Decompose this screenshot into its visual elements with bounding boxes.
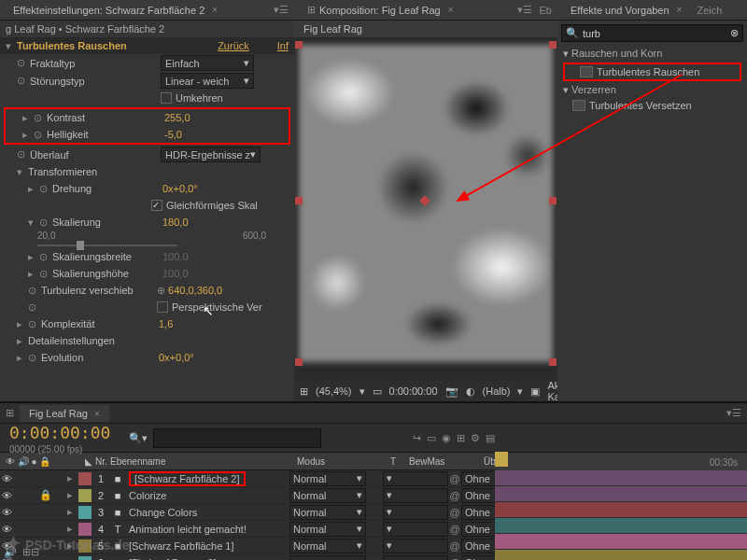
resolution-select[interactable]: (Halb) — [483, 385, 511, 397]
layer-color[interactable] — [78, 489, 92, 502]
speaker-icon[interactable]: 🔊 — [18, 456, 29, 467]
track-matte-select[interactable]: ▾ — [383, 505, 448, 520]
label-icon[interactable]: ◣ — [85, 456, 92, 467]
stopwatch-icon[interactable]: ⊙ — [28, 318, 41, 330]
layer-color[interactable] — [78, 556, 92, 561]
expand-layer[interactable]: ▸ — [67, 472, 78, 484]
grid-icon[interactable]: ⊞ — [300, 385, 308, 398]
effects-presets-tab[interactable]: Effekte und Vorgaben × — [563, 2, 689, 19]
komplexitaet-value[interactable]: 1,6 — [159, 318, 173, 329]
timeline-tab[interactable]: Fig Leaf Rag × — [20, 405, 109, 422]
pickwhip-icon[interactable]: @ — [448, 540, 461, 552]
reset-link[interactable]: Zurück — [218, 40, 249, 51]
chevron-down-icon[interactable]: ▾ — [6, 40, 17, 52]
camera-icon[interactable]: 📷 — [445, 385, 458, 398]
shy-icon[interactable]: ↪ — [413, 432, 421, 444]
stopwatch-icon[interactable]: ⊙ — [39, 217, 52, 229]
effect-group[interactable]: Verzerren — [571, 84, 616, 95]
blend-mode-select[interactable]: Normal▾ — [289, 488, 366, 503]
blend-mode-select[interactable]: Normal▾ — [289, 522, 366, 537]
track-matte-select[interactable]: ▾ — [383, 471, 448, 486]
turbulenz-value[interactable]: 640,0,360,0 — [168, 285, 222, 296]
effect-group[interactable]: Rauschen und Korn — [571, 48, 662, 59]
adjacent-tab[interactable]: Eb — [540, 5, 552, 16]
chevron-right-icon[interactable]: ▸ — [17, 352, 28, 364]
panel-menu-icon[interactable]: ▾☰ — [274, 4, 289, 16]
flowchart-icon[interactable]: ⊞ — [0, 407, 20, 419]
umkehren-checkbox[interactable] — [161, 92, 172, 104]
helligkeit-value[interactable]: -5,0 — [164, 129, 182, 140]
blend-mode-select[interactable]: Normal▾ — [289, 505, 366, 520]
skalierung-slider[interactable] — [37, 245, 177, 246]
visibility-toggle[interactable]: 👁 — [0, 507, 13, 518]
pickwhip-icon[interactable]: @ — [448, 507, 461, 518]
layer-name[interactable]: [Schwarz Farbfläche 2] — [125, 473, 289, 484]
effects-search[interactable]: 🔍 turb ⊗ — [561, 24, 743, 42]
crosshair-icon[interactable]: ⊕ — [157, 285, 165, 297]
chevron-right-icon[interactable]: ▸ — [22, 112, 34, 124]
close-icon[interactable]: × — [677, 5, 683, 15]
visibility-toggle[interactable]: 👁 — [0, 490, 13, 501]
effect-item-turbulent-displace[interactable]: Turbulentes Versetzen — [557, 98, 747, 113]
comp-subtab[interactable]: Fig Leaf Rag — [303, 23, 362, 35]
expand-layer[interactable]: ▸ — [67, 489, 78, 501]
clear-search-icon[interactable]: ⊗ — [730, 27, 739, 39]
layer-color[interactable] — [78, 506, 92, 519]
eye-icon[interactable]: 👁 — [6, 456, 15, 467]
kontrast-value[interactable]: 255,0 — [164, 112, 190, 123]
chevron-right-icon[interactable]: ▸ — [17, 318, 28, 330]
adjacent-tab[interactable]: Zeich — [697, 5, 722, 16]
time-ruler[interactable]: 00:30s — [495, 455, 747, 470]
stopwatch-icon[interactable]: ⊙ — [17, 75, 30, 87]
skalierung-value[interactable]: 180,0 — [162, 217, 189, 228]
info-link[interactable]: Inf — [277, 40, 289, 51]
stopwatch-icon[interactable]: ⊙ — [34, 129, 47, 141]
stopwatch-icon[interactable]: ⊙ — [34, 112, 47, 124]
brain-icon[interactable]: ⚙ — [471, 432, 480, 444]
pickwhip-icon[interactable]: @ — [448, 490, 461, 501]
close-icon[interactable]: × — [448, 5, 454, 15]
pickwhip-icon[interactable]: @ — [448, 557, 461, 561]
effect-name[interactable]: Turbulentes Rauschen — [17, 40, 218, 51]
chevron-right-icon[interactable]: ▸ — [28, 183, 39, 195]
layer-color[interactable] — [78, 472, 92, 485]
drehung-value[interactable]: 0x+0,0° — [162, 183, 198, 194]
stopwatch-icon[interactable]: ⊙ — [39, 183, 52, 195]
evolution-value[interactable]: 0x+0,0° — [159, 352, 194, 363]
blend-mode-select[interactable]: ▾ — [289, 555, 366, 561]
layer-name[interactable]: Change Colors — [125, 507, 289, 518]
layer-bar[interactable] — [495, 486, 747, 502]
layer-bar[interactable] — [495, 502, 747, 518]
stopwatch-icon[interactable]: ⊙ — [17, 57, 30, 69]
layer-bar[interactable] — [495, 534, 747, 550]
handle-tr[interactable] — [549, 41, 557, 49]
layer-bar[interactable] — [495, 470, 747, 486]
close-icon[interactable]: × — [212, 5, 218, 15]
pickwhip-icon[interactable]: @ — [448, 473, 461, 484]
zoom-level[interactable]: (45,4%) — [316, 385, 352, 397]
handle-ml[interactable] — [295, 197, 303, 204]
layer-name[interactable]: [Fig Leaf Rag.mp3] — [125, 557, 289, 561]
gleichfoermig-checkbox[interactable] — [151, 200, 162, 211]
draft-icon[interactable]: ▤ — [486, 432, 495, 444]
expand-layer[interactable]: ▸ — [67, 506, 78, 518]
panel-menu-icon[interactable]: ▾☰ — [726, 407, 741, 419]
timeline-search[interactable] — [153, 428, 321, 448]
layer-name[interactable]: [Schwarz Farbfläche 1] — [125, 540, 289, 552]
handle-mr[interactable] — [549, 197, 557, 204]
visibility-toggle[interactable]: 👁 — [0, 473, 13, 484]
chevron-down-icon[interactable]: ▾ — [28, 217, 39, 229]
composition-tab[interactable]: ⊞ Komposition: Fig Leaf Rag × — [300, 1, 460, 19]
handle-br[interactable] — [549, 358, 557, 366]
playhead[interactable] — [495, 452, 508, 467]
track-matte-select[interactable]: ▾ — [383, 522, 448, 537]
fraktaltyp-select[interactable]: Einfach▾ — [161, 55, 254, 71]
track-matte-select[interactable]: ▾ — [383, 539, 448, 553]
layer-bar[interactable] — [495, 550, 747, 560]
handle-bl[interactable] — [295, 358, 303, 366]
stopwatch-icon[interactable]: ⊙ — [17, 148, 30, 161]
frame-blend-icon[interactable]: ▭ — [427, 432, 436, 444]
blend-mode-select[interactable]: Normal▾ — [289, 471, 366, 486]
footer-time[interactable]: 0:00:00:00 — [389, 385, 438, 397]
track-matte-select[interactable]: ▾ — [383, 488, 448, 503]
